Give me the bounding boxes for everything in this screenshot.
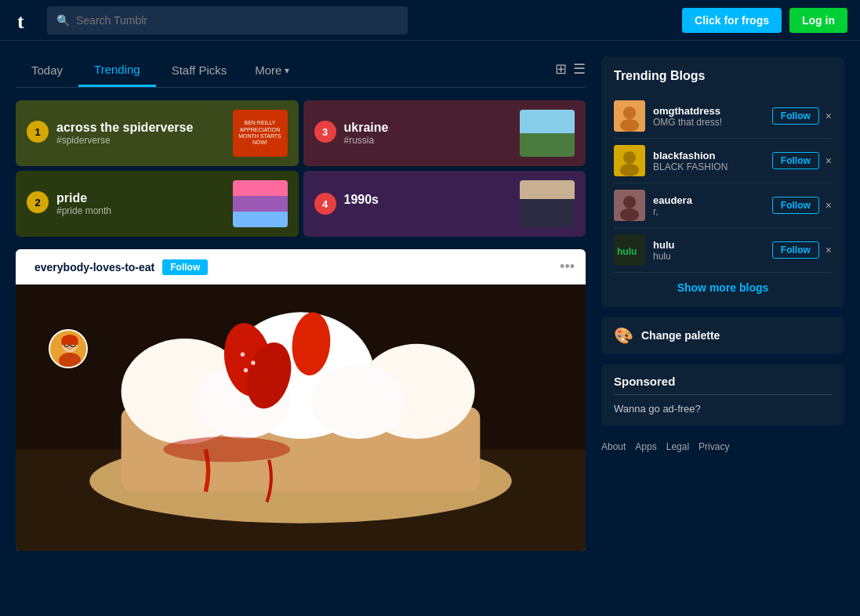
blog-avatar-0 (614, 100, 645, 132)
trend-rank-4: 4 (314, 193, 336, 215)
trend-image-3 (520, 110, 575, 157)
footer-legal[interactable]: Legal (666, 441, 689, 452)
blog-desc-0: OMG that dress! (653, 117, 764, 128)
tab-more[interactable]: More ▾ (242, 57, 302, 86)
svg-point-15 (251, 361, 255, 364)
dismiss-button-3[interactable]: × (826, 244, 832, 256)
svg-point-25 (623, 196, 636, 208)
svg-point-17 (163, 437, 290, 462)
blog-name-2[interactable]: eaudera (653, 194, 764, 206)
sponsored-text: Wanna go ad-free? (614, 403, 832, 415)
blog-item-1: blackfashion BLACK FASHION Follow × (614, 139, 832, 183)
grid-view-toggle[interactable]: ⊞ (555, 60, 567, 78)
tab-today[interactable]: Today (16, 57, 78, 86)
blog-item-3: hulu hulu hulu Follow × (614, 228, 832, 273)
svg-point-26 (620, 208, 639, 221)
main-layout: Today Trending Staff Picks More ▾ ⊞ ☰ 1 … (0, 41, 860, 551)
blog-desc-2: r, (653, 206, 764, 217)
post-options-button[interactable]: ••• (560, 259, 575, 275)
footer-privacy[interactable]: Privacy (699, 441, 729, 452)
left-content: Today Trending Staff Picks More ▾ ⊞ ☰ 1 … (16, 56, 586, 551)
follow-button-0[interactable]: Follow (772, 107, 819, 125)
blog-avatar-2 (614, 190, 645, 221)
dismiss-button-1[interactable]: × (826, 154, 832, 167)
trend-card-2-left: 2 pride #pride month (27, 191, 111, 216)
trend-subtitle-2: #pride month (56, 205, 111, 216)
chevron-down-icon: ▾ (285, 65, 289, 76)
post-author-name[interactable]: everybody-loves-to-eat (34, 261, 154, 274)
trend-card-3-left: 3 ukraine #russia (314, 121, 389, 146)
post-author-avatar[interactable] (49, 329, 88, 368)
blog-avatar-1 (614, 145, 645, 176)
list-view-toggle[interactable]: ☰ (573, 60, 586, 78)
search-icon: 🔍 (56, 14, 70, 27)
trend-image-4 (520, 180, 575, 227)
post-follow-button[interactable]: Follow (162, 259, 208, 275)
blog-item-2: eaudera r, Follow × (614, 183, 832, 228)
frogs-button[interactable]: Click for frogs (682, 8, 782, 33)
svg-point-19 (623, 107, 636, 119)
svg-point-14 (241, 353, 245, 357)
follow-button-3[interactable]: Follow (772, 241, 819, 259)
svg-text:hulu: hulu (617, 246, 637, 257)
trend-info-4: 1990s (344, 193, 379, 207)
blog-info-0: omgthatdress OMG that dress! (653, 105, 764, 128)
blog-desc-1: BLACK FASHION (653, 161, 764, 172)
trend-image-1: BEN REILLY APPRECIATION MONTH STARTS NOW… (233, 110, 288, 157)
footer-links: About Apps Legal Privacy (601, 435, 844, 458)
post-author-avatar-outer (49, 329, 88, 368)
post-card: everybody-loves-to-eat Follow ••• (16, 249, 586, 551)
trend-card-2[interactable]: 2 pride #pride month (16, 171, 299, 237)
sidebar: Trending Blogs omgthatdress OMG that dre… (601, 56, 844, 551)
footer-about[interactable]: About (601, 441, 626, 452)
trend-subtitle-1: #spiderverse (56, 135, 193, 146)
post-header: everybody-loves-to-eat Follow ••• (16, 249, 586, 284)
svg-text:t: t (17, 10, 24, 33)
trend-card-4[interactable]: 4 1990s (303, 171, 586, 237)
trend-rank-2: 2 (27, 191, 49, 213)
blog-name-3[interactable]: hulu (653, 239, 764, 251)
show-more-blogs-link[interactable]: Show more blogs (677, 281, 769, 294)
blog-name-1[interactable]: blackfashion (653, 150, 764, 161)
show-more-blogs[interactable]: Show more blogs (614, 281, 832, 295)
search-bar[interactable]: 🔍 (47, 6, 408, 34)
trending-blogs-card: Trending Blogs omgthatdress OMG that dre… (601, 56, 844, 307)
follow-button-1[interactable]: Follow (772, 152, 819, 169)
palette-icon: 🎨 (614, 326, 633, 345)
trend-info-3: ukraine #russia (344, 121, 389, 146)
svg-point-22 (623, 151, 636, 164)
tab-more-label: More (255, 63, 281, 77)
change-palette-label: Change palette (641, 329, 720, 342)
trend-card-1-left: 1 across the spiderverse #spiderverse (27, 121, 193, 146)
trend-card-4-left: 4 1990s (314, 193, 379, 215)
trend-image-2 (233, 180, 288, 227)
trend-card-1[interactable]: 1 across the spiderverse #spiderverse BE… (16, 100, 299, 166)
trending-blogs-title: Trending Blogs (614, 69, 832, 83)
login-button[interactable]: Log in (789, 8, 847, 33)
svg-point-36 (59, 353, 81, 368)
svg-point-10 (311, 365, 406, 439)
footer-apps[interactable]: Apps (635, 441, 656, 452)
follow-button-2[interactable]: Follow (772, 197, 819, 214)
svg-point-23 (620, 164, 639, 176)
tab-staff-picks[interactable]: Staff Picks (156, 57, 243, 86)
change-palette-button[interactable]: 🎨 Change palette (601, 317, 844, 354)
dismiss-button-0[interactable]: × (826, 110, 832, 122)
svg-point-16 (244, 368, 248, 372)
sponsored-title: Sponsored (614, 375, 832, 395)
blog-actions-3: Follow × (772, 241, 832, 259)
dismiss-button-2[interactable]: × (826, 199, 832, 212)
sponsored-card: Sponsored Wanna go ad-free? (601, 364, 844, 426)
header: t 🔍 Click for frogs Log in (0, 0, 860, 41)
view-toggles: ⊞ ☰ (555, 60, 586, 84)
trend-card-3[interactable]: 3 ukraine #russia (303, 100, 586, 166)
blog-name-0[interactable]: omgthatdress (653, 105, 764, 117)
tumblr-logo[interactable]: t (13, 8, 38, 33)
tab-trending[interactable]: Trending (78, 56, 156, 87)
trend-rank-1: 1 (27, 121, 49, 143)
blog-desc-3: hulu (653, 251, 764, 262)
search-input[interactable] (76, 14, 398, 27)
trend-rank-3: 3 (314, 121, 336, 143)
trend-subtitle-3: #russia (344, 135, 389, 146)
blog-avatar-3: hulu (614, 234, 645, 266)
